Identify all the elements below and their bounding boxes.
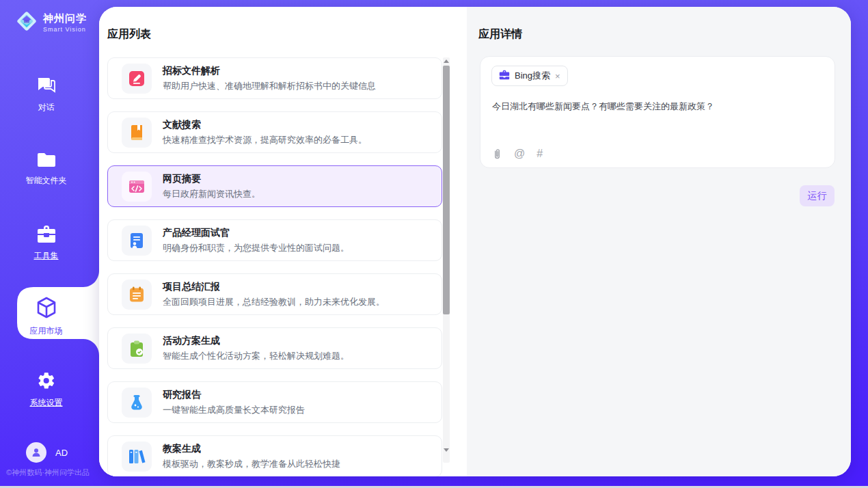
books-icon — [122, 442, 152, 472]
sidebar-item-chat[interactable]: 对话 — [0, 77, 92, 113]
user-account[interactable]: AD — [26, 442, 68, 463]
app-list-title: 应用列表 — [107, 27, 151, 42]
app-item-description: 全面回顾项目进展，总结经验教训，助力未来优化发展。 — [163, 296, 385, 308]
folder-icon — [36, 152, 57, 171]
app-list-item[interactable]: 产品经理面试官明确身份和职责，为您提供专业性的面试问题。 — [107, 219, 442, 261]
gear-icon — [37, 371, 56, 393]
interview-icon — [122, 226, 152, 256]
app-item-description: 一键智能生成高质量长文本研究报告 — [163, 404, 305, 416]
scroll-down-arrow-icon[interactable] — [444, 448, 449, 452]
avatar[interactable] — [26, 442, 46, 463]
app-list-item[interactable]: 教案生成模板驱动，教案秒成，教学准备从此轻松快捷 — [107, 435, 442, 476]
scroll-up-arrow-icon[interactable] — [444, 59, 449, 63]
app-item-description: 智能生成个性化活动方案，轻松解决规划难题。 — [163, 350, 349, 362]
app-item-description: 明确身份和职责，为您提供专业性的面试问题。 — [163, 242, 349, 254]
app-detail-panel: 应用详情 Bing搜索 × 今日湖北有哪些新闻要点？有哪些需要关注的最新政策？ — [467, 7, 851, 476]
sidebar-item-toolbox[interactable]: 工具集 — [0, 225, 92, 262]
app-item-title: 文献搜索 — [163, 119, 367, 131]
app-list-item[interactable]: 研究报告一键智能生成高质量长文本研究报告 — [107, 381, 442, 423]
app-list-item[interactable]: 网页摘要每日政府新闻资讯快查。 — [107, 165, 442, 207]
attachment-icon[interactable] — [492, 148, 502, 160]
app-list-panel: 应用列表 招标文件解析帮助用户快速、准确地理解和解析招标书中的关键信息文献搜索快… — [99, 7, 467, 476]
app-item-title: 活动方案生成 — [163, 335, 349, 347]
sidebar-item-label: 应用市场 — [30, 325, 63, 337]
tool-chip-label: Bing搜索 — [515, 70, 550, 82]
mention-icon[interactable]: @ — [514, 148, 525, 160]
toolbox-icon — [36, 225, 57, 246]
run-button[interactable]: 运行 — [800, 185, 835, 206]
app-item-description: 帮助用户快速、准确地理解和解析招标书中的关键信息 — [163, 80, 376, 92]
chat-icon — [36, 77, 57, 98]
cube-icon — [36, 297, 57, 321]
sidebar-item-label: 对话 — [38, 102, 55, 113]
book-icon — [122, 118, 152, 148]
clipboard-icon — [122, 334, 152, 364]
content-card: 应用列表 招标文件解析帮助用户快速、准确地理解和解析招标书中的关键信息文献搜索快… — [99, 7, 851, 476]
prompt-input-card[interactable]: Bing搜索 × 今日湖北有哪些新闻要点？有哪些需要关注的最新政策？ @ # — [480, 56, 835, 168]
app-item-description: 快速精准查找学术资源，提高研究效率的必备工具。 — [163, 134, 367, 146]
doc-edit-icon — [122, 64, 152, 94]
app-detail-title: 应用详情 — [478, 27, 522, 42]
report-note-icon — [122, 280, 152, 310]
list-scrollbar[interactable] — [443, 57, 450, 463]
person-icon — [31, 447, 42, 458]
sidebar-item-label: 工具集 — [34, 250, 59, 262]
app-item-title: 招标文件解析 — [163, 65, 376, 77]
query-input[interactable]: 今日湖北有哪些新闻要点？有哪些需要关注的最新政策？ — [492, 100, 820, 113]
briefcase-icon — [499, 70, 510, 83]
user-initials: AD — [55, 448, 68, 458]
sidebar-item-label: 系统设置 — [30, 397, 63, 409]
scrollbar-thumb[interactable] — [443, 66, 450, 314]
app-list-item[interactable]: 项目总结汇报全面回顾项目进展，总结经验教训，助力未来优化发展。 — [107, 273, 442, 315]
sidebar-item-folder[interactable]: 智能文件夹 — [0, 152, 92, 187]
brand-name: 神州问学 — [43, 12, 87, 25]
chip-close-icon[interactable]: × — [555, 72, 560, 81]
app-list: 招标文件解析帮助用户快速、准确地理解和解析招标书中的关键信息文献搜索快速精准查找… — [107, 57, 442, 476]
browser-icon — [122, 172, 152, 202]
sidebar-item-label: 智能文件夹 — [26, 175, 67, 187]
app-list-item[interactable]: 招标文件解析帮助用户快速、准确地理解和解析招标书中的关键信息 — [107, 57, 442, 99]
sidebar: 神州问学 Smart Vision 对话智能文件夹工具集应用市场系统设置 AD … — [0, 0, 99, 488]
app-list-item[interactable]: 文献搜索快速精准查找学术资源，提高研究效率的必备工具。 — [107, 111, 442, 153]
copyright-footer: ©神州数码·神州问学出品 — [0, 467, 96, 478]
topic-icon[interactable]: # — [537, 148, 543, 160]
app-item-description: 每日政府新闻资讯快查。 — [163, 188, 260, 200]
app-item-title: 项目总结汇报 — [163, 281, 385, 293]
diamond-logo-icon — [15, 10, 38, 36]
sidebar-item-gear[interactable]: 系统设置 — [0, 371, 92, 409]
brand-tagline: Smart Vision — [43, 26, 87, 33]
research-icon — [122, 388, 152, 418]
app-item-title: 网页摘要 — [163, 173, 260, 185]
app-item-description: 模板驱动，教案秒成，教学准备从此轻松快捷 — [163, 458, 340, 470]
app-item-title: 产品经理面试官 — [163, 227, 349, 239]
brand-logo: 神州问学 Smart Vision — [15, 10, 87, 36]
app-item-title: 教案生成 — [163, 443, 340, 455]
app-item-title: 研究报告 — [163, 389, 305, 401]
tool-chip-bing-search[interactable]: Bing搜索 × — [491, 66, 568, 86]
app-list-item[interactable]: 活动方案生成智能生成个性化活动方案，轻松解决规划难题。 — [107, 327, 442, 369]
sidebar-item-cube[interactable]: 应用市场 — [0, 297, 92, 337]
